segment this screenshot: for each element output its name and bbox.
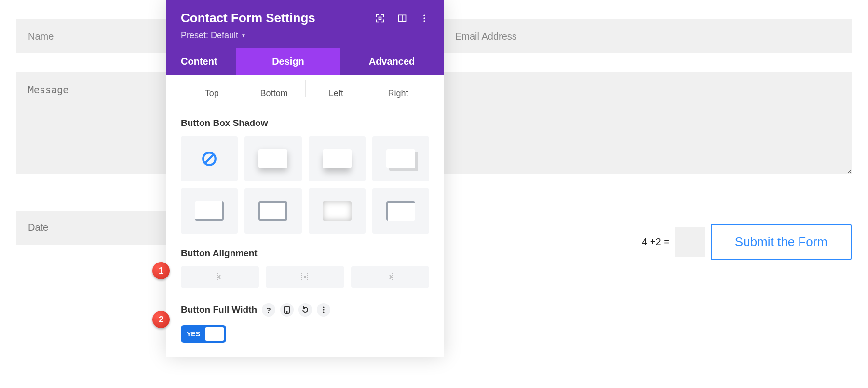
box-shadow-section-label: Button Box Shadow — [181, 118, 429, 128]
alignment-options — [181, 266, 429, 288]
tab-content[interactable]: Content — [166, 48, 236, 75]
spacing-top-label: Top — [181, 88, 243, 98]
preset-label: Preset: Default — [181, 30, 238, 41]
callout-1: 1 — [152, 262, 170, 279]
toggle-knob — [205, 327, 224, 341]
help-icon[interactable]: ? — [262, 303, 275, 317]
more-options-icon[interactable] — [317, 303, 330, 317]
tab-design[interactable]: Design — [236, 48, 340, 75]
captcha-label: 4 +2 = — [642, 236, 669, 248]
svg-point-18 — [323, 309, 325, 310]
svg-point-5 — [423, 20, 425, 22]
fullwidth-toggle[interactable]: YES — [181, 325, 226, 343]
callout-2: 2 — [152, 311, 170, 328]
svg-line-7 — [205, 155, 214, 163]
box-shadow-grid — [181, 136, 429, 234]
tab-advanced[interactable]: Advanced — [340, 48, 444, 75]
shadow-option-3[interactable] — [372, 136, 429, 181]
spacing-left-label: Left — [305, 88, 367, 98]
align-right-button[interactable] — [351, 266, 429, 288]
svg-point-16 — [286, 312, 287, 313]
device-mobile-icon[interactable] — [280, 303, 294, 317]
shadow-option-4[interactable] — [181, 188, 238, 234]
fullwidth-section-label: Button Full Width — [181, 305, 257, 315]
spacing-labels-row: Top Bottom Left Right — [181, 80, 429, 103]
split-view-icon[interactable] — [397, 14, 407, 23]
svg-rect-0 — [379, 17, 381, 19]
preset-selector[interactable]: Preset: Default ▼ — [181, 30, 429, 41]
more-menu-icon[interactable] — [420, 14, 429, 23]
alignment-section-label: Button Alignment — [181, 248, 429, 259]
shadow-option-5[interactable] — [244, 188, 301, 234]
svg-rect-12 — [304, 276, 306, 278]
shadow-option-1[interactable] — [244, 136, 301, 181]
spacing-right-label: Right — [367, 88, 429, 98]
toggle-yes-label: YES — [187, 330, 200, 338]
shadow-option-6[interactable] — [309, 188, 366, 234]
settings-panel: Contact Form Settings Preset: Default ▼ … — [166, 0, 444, 357]
expand-icon[interactable] — [375, 14, 385, 23]
shadow-option-2[interactable] — [309, 136, 366, 181]
spacing-bottom-label: Bottom — [243, 88, 305, 98]
svg-point-3 — [423, 14, 425, 16]
chevron-down-icon: ▼ — [241, 33, 246, 38]
panel-header: Contact Form Settings Preset: Default ▼ — [166, 0, 444, 48]
svg-point-17 — [323, 306, 325, 308]
align-left-button[interactable] — [181, 266, 259, 288]
panel-title: Contact Form Settings — [181, 11, 315, 26]
submit-button[interactable]: Submit the Form — [711, 224, 852, 260]
svg-point-19 — [323, 311, 325, 313]
shadow-option-7[interactable] — [372, 188, 429, 234]
email-field[interactable] — [444, 19, 852, 53]
shadow-option-none[interactable] — [181, 136, 238, 181]
align-center-button[interactable] — [266, 266, 344, 288]
tab-bar: Content Design Advanced — [166, 48, 444, 75]
svg-point-4 — [423, 17, 425, 19]
captcha-input[interactable] — [675, 227, 705, 257]
reset-icon[interactable] — [298, 303, 312, 317]
